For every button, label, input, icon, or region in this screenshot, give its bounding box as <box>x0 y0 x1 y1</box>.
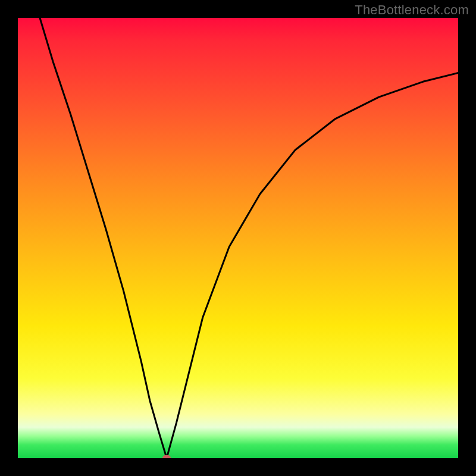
plot-area <box>18 18 458 458</box>
bottleneck-curve <box>40 18 458 458</box>
watermark-text: TheBottleneck.com <box>355 2 469 18</box>
curve-layer <box>18 18 458 458</box>
minimum-marker <box>162 455 171 458</box>
chart-frame: TheBottleneck.com <box>0 0 476 476</box>
